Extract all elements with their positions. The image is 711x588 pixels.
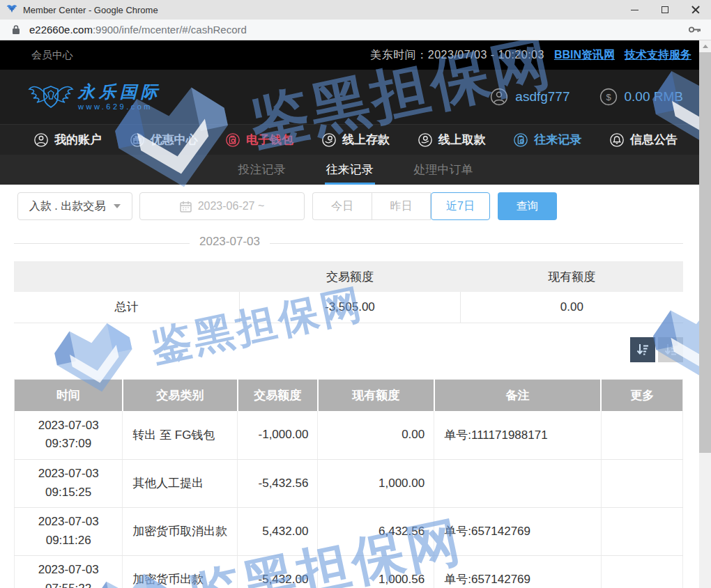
tab-pending-orders[interactable]: 处理中订单 [413, 155, 475, 185]
cell-more [601, 459, 682, 507]
summary-total-label: 总计 [14, 292, 240, 323]
date-range-picker[interactable]: 2023-06-27 ~ [139, 192, 305, 220]
main-nav: 我的账户 优惠中心 电子钱包 线上存款 线上取款 往来记录 信息公告 [0, 124, 711, 155]
lock-icon [12, 24, 20, 35]
deposit-coin-icon [321, 132, 337, 148]
content-area: 入款 . 出款交易 2023-06-27 ~ 今日 昨日 近7日 查询 2023… [14, 192, 683, 588]
records-clipboard-icon [513, 132, 528, 148]
site-logo[interactable]: 永乐国际 www.629.com [28, 80, 162, 114]
cell-more [601, 507, 682, 555]
window-title: Member Center - Google Chrome [23, 5, 619, 15]
site-header: 永乐国际 www.629.com asdfg777 $ 0.00 RMB [0, 70, 711, 124]
cell-time: 2023-07-0307:55:22 [15, 555, 123, 588]
summary-header-row: 交易额度 现有额度 [14, 261, 683, 292]
nav-promotions[interactable]: 优惠中心 [130, 132, 198, 148]
summary-header-amount: 交易额度 [240, 261, 461, 292]
cell-type: 加密货币出款 [123, 555, 238, 588]
date-group-divider: 2023-07-03 [14, 235, 683, 253]
address-text[interactable]: e22660e.com:9900/infe/mcenter/#/cashReco… [29, 24, 689, 36]
bbin-news-link[interactable]: BBIN资讯网 [554, 48, 615, 63]
cell-time: 2023-07-0309:15:25 [15, 459, 123, 507]
url-bar[interactable]: e22660e.com:9900/infe/mcenter/#/cashReco… [0, 20, 711, 40]
col-balance: 现有额度 [318, 379, 434, 411]
support-link[interactable]: 技术支持服务 [625, 48, 691, 63]
quick-range-group: 今日 昨日 近7日 [312, 192, 490, 220]
wallet-icon [225, 132, 240, 148]
cell-note: 单号:657142769 [434, 555, 602, 588]
cell-type: 转出 至 FG钱包 [123, 411, 238, 459]
sort-desc-icon [635, 342, 650, 357]
svg-text:$: $ [606, 92, 611, 102]
scrollbar-thumb[interactable] [699, 52, 711, 453]
scrollbar-up-arrow-icon[interactable] [699, 40, 711, 52]
quick-today-button[interactable]: 今日 [312, 192, 372, 220]
nav-deposit[interactable]: 线上存款 [321, 132, 390, 148]
nav-announcements[interactable]: 信息公告 [609, 132, 678, 148]
bell-icon [609, 132, 625, 148]
quick-last7days-button[interactable]: 近7日 [431, 192, 490, 220]
records-table: 时间 交易类别 交易额度 现有额度 备注 更多 2023-07-0309:37:… [14, 379, 683, 588]
sort-descending-button[interactable] [630, 337, 655, 362]
summary-total-row: 总计 -3,505.00 0.00 [14, 292, 683, 323]
col-type: 交易类别 [123, 379, 238, 411]
maximize-icon [662, 6, 668, 13]
summary-total-amount: -3,505.00 [240, 292, 461, 323]
minimize-icon [631, 10, 639, 10]
utility-bar: 会员中心 美东时间：2023/07/03 - 10:20:03 BBIN资讯网 … [0, 40, 711, 70]
records-header-row: 时间 交易类别 交易额度 现有额度 备注 更多 [15, 379, 683, 411]
cell-amount: -5,432.56 [238, 459, 318, 507]
cell-note [434, 459, 602, 507]
chevron-down-icon [114, 204, 121, 208]
table-row: 2023-07-0309:37:09 转出 至 FG钱包 -1,000.00 0… [15, 411, 683, 459]
sort-ascending-button[interactable] [658, 337, 683, 362]
nav-e-wallet[interactable]: 电子钱包 [225, 132, 293, 148]
gift-icon [130, 132, 145, 148]
transaction-type-select[interactable]: 入款 . 出款交易 [17, 192, 132, 220]
date-group-label: 2023-07-03 [190, 235, 270, 248]
balance-dollar-icon: $ [599, 88, 618, 106]
cell-amount: -1,000.00 [238, 411, 318, 459]
sort-controls [14, 337, 683, 362]
cell-balance: 0.00 [318, 411, 434, 459]
col-more: 更多 [601, 379, 682, 411]
tab-transaction-records[interactable]: 往来记录 [325, 155, 375, 185]
summary-header-balance: 现有额度 [460, 261, 683, 292]
cell-balance: 1,000.56 [318, 555, 434, 588]
cell-note: 单号:657142769 [434, 507, 602, 555]
cell-type: 其他人工提出 [123, 459, 238, 507]
cell-balance: 6,432.56 [318, 507, 434, 555]
sort-asc-icon [663, 342, 678, 357]
nav-withdraw[interactable]: 线上取款 [418, 132, 486, 148]
cell-more [601, 411, 682, 459]
cell-note: 单号:111171988171 [434, 411, 602, 459]
logo-domain: www.629.com [78, 102, 162, 111]
logo-name: 永乐国际 [78, 83, 162, 101]
winged-shield-logo-icon [28, 80, 74, 114]
account-icon [33, 132, 49, 148]
summary-header-empty [14, 261, 240, 292]
quick-yesterday-button[interactable]: 昨日 [372, 192, 431, 220]
close-icon [691, 6, 700, 14]
cell-amount: -5,432.00 [238, 555, 318, 588]
tab-betting-records[interactable]: 投注记录 [237, 155, 287, 185]
browser-window: Member Center - Google Chrome e22660e.co… [0, 0, 711, 588]
user-icon [490, 88, 508, 106]
password-key-icon[interactable] [689, 26, 701, 33]
withdraw-coin-icon [418, 132, 433, 148]
table-row: 2023-07-0309:11:26 加密货币取消出款 5,432.00 6,4… [15, 507, 683, 555]
cell-amount: 5,432.00 [238, 507, 318, 555]
summary-total-balance: 0.00 [460, 292, 683, 323]
user-account[interactable]: asdfg777 [490, 88, 569, 106]
server-time: 美东时间：2023/07/03 - 10:20:03 [370, 48, 544, 63]
page-scrollbar[interactable] [699, 40, 711, 588]
cell-time: 2023-07-0309:37:09 [15, 411, 123, 459]
search-button[interactable]: 查询 [498, 192, 557, 220]
maximize-button[interactable] [650, 0, 680, 20]
table-row: 2023-07-0307:55:22 加密货币出款 -5,432.00 1,00… [15, 555, 683, 588]
cell-balance: 1,000.00 [318, 459, 434, 507]
nav-my-account[interactable]: 我的账户 [33, 132, 102, 148]
minimize-button[interactable] [619, 0, 650, 20]
user-balance[interactable]: $ 0.00 RMB [599, 88, 683, 106]
nav-transaction-records[interactable]: 往来记录 [513, 132, 581, 148]
close-button[interactable] [680, 0, 711, 20]
